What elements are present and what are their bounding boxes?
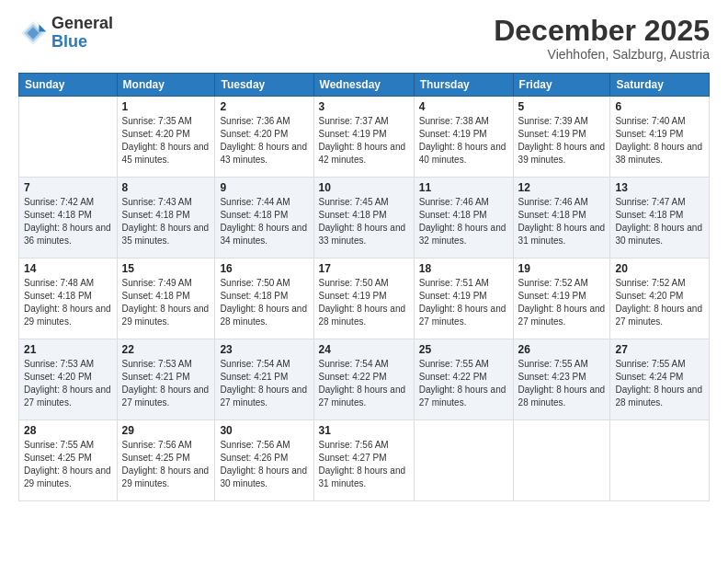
day-detail: Sunrise: 7:50 AM Sunset: 4:18 PM Dayligh… [220, 277, 308, 328]
header-day-tuesday: Tuesday [215, 74, 313, 97]
calendar-cell: 24Sunrise: 7:54 AM Sunset: 4:22 PM Dayli… [313, 339, 414, 420]
day-number: 19 [518, 262, 606, 275]
day-number: 23 [220, 343, 308, 356]
calendar-body: 1Sunrise: 7:35 AM Sunset: 4:20 PM Daylig… [19, 97, 710, 501]
day-detail: Sunrise: 7:46 AM Sunset: 4:18 PM Dayligh… [419, 196, 508, 247]
logo-icon [18, 18, 48, 48]
calendar-cell [19, 97, 118, 178]
day-detail: Sunrise: 7:52 AM Sunset: 4:19 PM Dayligh… [518, 277, 606, 328]
logo-blue-text: Blue [51, 33, 113, 52]
week-row-1: 7Sunrise: 7:42 AM Sunset: 4:18 PM Daylig… [19, 178, 710, 259]
day-detail: Sunrise: 7:40 AM Sunset: 4:19 PM Dayligh… [615, 115, 704, 167]
day-detail: Sunrise: 7:45 AM Sunset: 4:18 PM Dayligh… [319, 196, 409, 247]
day-number: 11 [419, 181, 508, 194]
day-number: 10 [319, 181, 409, 194]
day-detail: Sunrise: 7:55 AM Sunset: 4:25 PM Dayligh… [24, 439, 112, 490]
day-detail: Sunrise: 7:42 AM Sunset: 4:18 PM Dayligh… [24, 196, 112, 247]
calendar-cell: 13Sunrise: 7:47 AM Sunset: 4:18 PM Dayli… [610, 178, 710, 259]
day-detail: Sunrise: 7:39 AM Sunset: 4:19 PM Dayligh… [518, 115, 606, 167]
calendar-cell: 12Sunrise: 7:46 AM Sunset: 4:18 PM Dayli… [513, 178, 610, 259]
month-title: December 2025 [494, 15, 710, 47]
location-text: Viehhofen, Salzburg, Austria [494, 47, 710, 62]
calendar-cell: 23Sunrise: 7:54 AM Sunset: 4:21 PM Dayli… [215, 339, 313, 420]
calendar-cell: 9Sunrise: 7:44 AM Sunset: 4:18 PM Daylig… [215, 178, 313, 259]
day-number: 14 [24, 262, 112, 275]
calendar-cell: 15Sunrise: 7:49 AM Sunset: 4:18 PM Dayli… [117, 259, 215, 339]
day-detail: Sunrise: 7:54 AM Sunset: 4:22 PM Dayligh… [319, 358, 409, 409]
calendar-header: SundayMondayTuesdayWednesdayThursdayFrid… [19, 74, 710, 97]
calendar-cell: 29Sunrise: 7:56 AM Sunset: 4:25 PM Dayli… [117, 420, 215, 501]
calendar-cell: 18Sunrise: 7:51 AM Sunset: 4:19 PM Dayli… [414, 259, 513, 339]
header-day-sunday: Sunday [19, 74, 118, 97]
day-detail: Sunrise: 7:47 AM Sunset: 4:18 PM Dayligh… [615, 196, 704, 247]
calendar-cell: 27Sunrise: 7:55 AM Sunset: 4:24 PM Dayli… [610, 339, 710, 420]
day-detail: Sunrise: 7:37 AM Sunset: 4:19 PM Dayligh… [319, 115, 409, 167]
calendar-cell: 20Sunrise: 7:52 AM Sunset: 4:20 PM Dayli… [610, 259, 710, 339]
calendar-cell [414, 420, 513, 501]
logo: General Blue [18, 15, 113, 52]
day-number: 13 [615, 181, 704, 194]
day-number: 6 [615, 100, 704, 113]
day-detail: Sunrise: 7:44 AM Sunset: 4:18 PM Dayligh… [220, 196, 308, 247]
day-detail: Sunrise: 7:56 AM Sunset: 4:25 PM Dayligh… [122, 439, 210, 490]
day-number: 7 [24, 181, 112, 194]
day-number: 22 [122, 343, 210, 356]
calendar-cell: 1Sunrise: 7:35 AM Sunset: 4:20 PM Daylig… [117, 97, 215, 178]
calendar-cell: 11Sunrise: 7:46 AM Sunset: 4:18 PM Dayli… [414, 178, 513, 259]
day-detail: Sunrise: 7:55 AM Sunset: 4:24 PM Dayligh… [615, 358, 704, 409]
day-number: 28 [24, 424, 112, 437]
calendar-cell: 31Sunrise: 7:56 AM Sunset: 4:27 PM Dayli… [313, 420, 414, 501]
day-detail: Sunrise: 7:53 AM Sunset: 4:20 PM Dayligh… [24, 358, 112, 409]
day-detail: Sunrise: 7:54 AM Sunset: 4:21 PM Dayligh… [220, 358, 308, 409]
header: General Blue December 2025 Viehhofen, Sa… [18, 15, 710, 62]
day-number: 15 [122, 262, 210, 275]
calendar-cell: 16Sunrise: 7:50 AM Sunset: 4:18 PM Dayli… [215, 259, 313, 339]
day-detail: Sunrise: 7:51 AM Sunset: 4:19 PM Dayligh… [419, 277, 508, 328]
calendar-cell: 30Sunrise: 7:56 AM Sunset: 4:26 PM Dayli… [215, 420, 313, 501]
day-detail: Sunrise: 7:43 AM Sunset: 4:18 PM Dayligh… [122, 196, 210, 247]
calendar-cell [610, 420, 710, 501]
day-number: 17 [319, 262, 409, 275]
day-number: 5 [518, 100, 606, 113]
calendar-cell: 2Sunrise: 7:36 AM Sunset: 4:20 PM Daylig… [215, 97, 313, 178]
calendar-cell: 4Sunrise: 7:38 AM Sunset: 4:19 PM Daylig… [414, 97, 513, 178]
day-number: 26 [518, 343, 606, 356]
page-container: General Blue December 2025 Viehhofen, Sa… [0, 0, 728, 511]
week-row-0: 1Sunrise: 7:35 AM Sunset: 4:20 PM Daylig… [19, 97, 710, 178]
day-number: 27 [615, 343, 704, 356]
day-number: 25 [419, 343, 508, 356]
day-number: 31 [319, 424, 409, 437]
calendar-table: SundayMondayTuesdayWednesdayThursdayFrid… [18, 73, 710, 501]
calendar-cell: 19Sunrise: 7:52 AM Sunset: 4:19 PM Dayli… [513, 259, 610, 339]
header-day-monday: Monday [117, 74, 215, 97]
calendar-cell: 7Sunrise: 7:42 AM Sunset: 4:18 PM Daylig… [19, 178, 118, 259]
calendar-cell: 26Sunrise: 7:55 AM Sunset: 4:23 PM Dayli… [513, 339, 610, 420]
day-detail: Sunrise: 7:50 AM Sunset: 4:19 PM Dayligh… [319, 277, 409, 328]
day-number: 8 [122, 181, 210, 194]
header-day-saturday: Saturday [610, 74, 710, 97]
day-detail: Sunrise: 7:55 AM Sunset: 4:22 PM Dayligh… [419, 358, 508, 409]
day-number: 21 [24, 343, 112, 356]
day-detail: Sunrise: 7:36 AM Sunset: 4:20 PM Dayligh… [220, 115, 308, 167]
day-number: 20 [615, 262, 704, 275]
day-detail: Sunrise: 7:38 AM Sunset: 4:19 PM Dayligh… [419, 115, 508, 167]
day-detail: Sunrise: 7:52 AM Sunset: 4:20 PM Dayligh… [615, 277, 704, 328]
day-detail: Sunrise: 7:35 AM Sunset: 4:20 PM Dayligh… [122, 115, 210, 167]
calendar-cell: 28Sunrise: 7:55 AM Sunset: 4:25 PM Dayli… [19, 420, 118, 501]
day-number: 1 [122, 100, 210, 113]
day-number: 4 [419, 100, 508, 113]
day-detail: Sunrise: 7:46 AM Sunset: 4:18 PM Dayligh… [518, 196, 606, 247]
week-row-3: 21Sunrise: 7:53 AM Sunset: 4:20 PM Dayli… [19, 339, 710, 420]
day-detail: Sunrise: 7:53 AM Sunset: 4:21 PM Dayligh… [122, 358, 210, 409]
calendar-cell: 3Sunrise: 7:37 AM Sunset: 4:19 PM Daylig… [313, 97, 414, 178]
calendar-cell: 6Sunrise: 7:40 AM Sunset: 4:19 PM Daylig… [610, 97, 710, 178]
title-block: December 2025 Viehhofen, Salzburg, Austr… [494, 15, 710, 62]
calendar-cell: 10Sunrise: 7:45 AM Sunset: 4:18 PM Dayli… [313, 178, 414, 259]
day-detail: Sunrise: 7:55 AM Sunset: 4:23 PM Dayligh… [518, 358, 606, 409]
day-number: 30 [220, 424, 308, 437]
day-number: 2 [220, 100, 308, 113]
calendar-cell: 14Sunrise: 7:48 AM Sunset: 4:18 PM Dayli… [19, 259, 118, 339]
calendar-cell [513, 420, 610, 501]
week-row-4: 28Sunrise: 7:55 AM Sunset: 4:25 PM Dayli… [19, 420, 710, 501]
day-number: 18 [419, 262, 508, 275]
